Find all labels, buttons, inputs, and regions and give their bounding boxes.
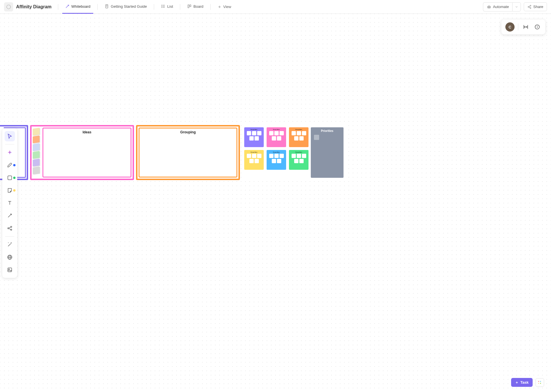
priorities-card[interactable]: Priorities [311,127,344,178]
automate-button[interactable]: Automate [483,2,513,11]
color-dot-green [13,177,15,179]
cube[interactable] [33,135,40,143]
svg-line-22 [529,7,530,7]
list-icon [161,4,166,9]
canvas-controls: C [501,19,545,34]
header-right: Automate Share [483,2,547,11]
svg-point-15 [488,7,489,7]
svg-point-16 [489,7,490,7]
cube[interactable] [33,151,40,159]
svg-rect-43 [540,383,541,384]
tool-shape[interactable] [5,173,15,183]
group-square [297,131,301,135]
group-square [274,131,279,135]
svg-point-37 [537,26,538,26]
cube[interactable] [33,128,40,135]
whiteboard-canvas[interactable] [0,14,551,392]
add-view-button[interactable]: View [215,3,234,11]
share-button[interactable]: Share [524,2,547,11]
group-square [272,159,276,163]
group-square [302,154,306,158]
separator [5,236,14,237]
group-square [294,159,298,163]
group-card[interactable]: Group Ideas [267,150,286,170]
tool-web[interactable] [5,252,15,262]
divider [210,4,211,10]
svg-rect-11 [190,5,191,7]
group-card[interactable]: Group Ideas [289,127,309,147]
svg-rect-42 [538,383,539,384]
mindmap-icon [7,225,13,231]
tool-connector[interactable] [5,210,15,221]
apps-button[interactable] [536,378,544,387]
cube[interactable] [33,166,40,174]
group-header: Group Ideas [245,129,263,130]
cube[interactable] [33,143,40,151]
frame-ideas[interactable]: Ideas [30,125,134,180]
tab-list[interactable]: List [158,0,176,14]
separator [518,24,518,30]
group-card[interactable]: Group Ideas [267,127,286,147]
group-square [269,154,273,158]
group-header: Group Ideas [245,151,263,153]
frame-groups[interactable]: Group IdeasGroup IdeasGroup IdeasGroup I… [242,125,346,180]
magic-icon [7,242,13,247]
group-square [269,131,273,135]
canvas-wrap: C Ideas Grouping Group IdeasGr [0,14,551,392]
robot-icon [487,5,491,9]
fit-width-button[interactable] [522,23,530,31]
tool-image[interactable] [5,265,15,275]
tool-pen[interactable] [5,160,15,170]
group-header: Group Ideas [268,151,285,153]
cube[interactable] [33,159,40,166]
apps-grid-icon [538,380,542,385]
tab-whiteboard[interactable]: Whiteboard [62,0,93,14]
tab-label: Whiteboard [71,4,90,9]
divider [154,4,154,10]
automate-dropdown[interactable] [512,2,521,11]
task-label: Task [520,380,529,385]
group-square [257,131,261,135]
frame-grouping[interactable]: Grouping [136,125,240,180]
svg-point-18 [530,5,531,6]
group-square [302,131,306,135]
group-card[interactable]: Group Ideas [244,150,264,170]
group-square [247,154,251,158]
tool-ai[interactable] [5,147,15,158]
tool-magic[interactable] [5,239,15,250]
header-bar: Affinity Diagram Whiteboard Getting Star… [0,0,551,14]
new-task-button[interactable]: Task [511,378,533,387]
group-square [292,131,296,135]
tool-sticky[interactable] [5,185,15,196]
divider [58,4,58,10]
grouping-label: Grouping [139,130,236,134]
header-left: Affinity Diagram Whiteboard Getting Star… [4,0,481,14]
app-icon[interactable] [4,2,13,11]
page-title: Affinity Diagram [16,4,52,9]
tab-board[interactable]: Board [184,0,206,14]
group-card[interactable]: Group Ideas [289,150,309,170]
tool-text[interactable] [5,198,15,208]
info-button[interactable] [533,23,541,31]
group-square [255,159,259,163]
group-square [249,159,254,163]
tool-select[interactable] [5,131,15,141]
group-square [272,136,276,141]
tab-getting-started[interactable]: Getting Started Guide [102,0,150,14]
chevron-down-icon [515,5,518,9]
group-card[interactable]: Group Ideas [244,127,264,147]
ideas-label: Ideas [43,130,131,134]
user-avatar[interactable]: C [505,22,515,32]
svg-point-0 [7,5,11,9]
svg-rect-41 [540,381,541,382]
color-dot-yellow [13,189,15,192]
tab-label: Getting Started Guide [111,4,147,9]
tool-mindmap[interactable] [5,223,15,233]
svg-point-20 [530,7,531,9]
image-icon [7,267,13,273]
text-icon [7,200,13,206]
group-square [280,154,284,158]
toolbar [2,128,17,278]
divider [180,4,180,10]
square-icon [7,175,13,181]
